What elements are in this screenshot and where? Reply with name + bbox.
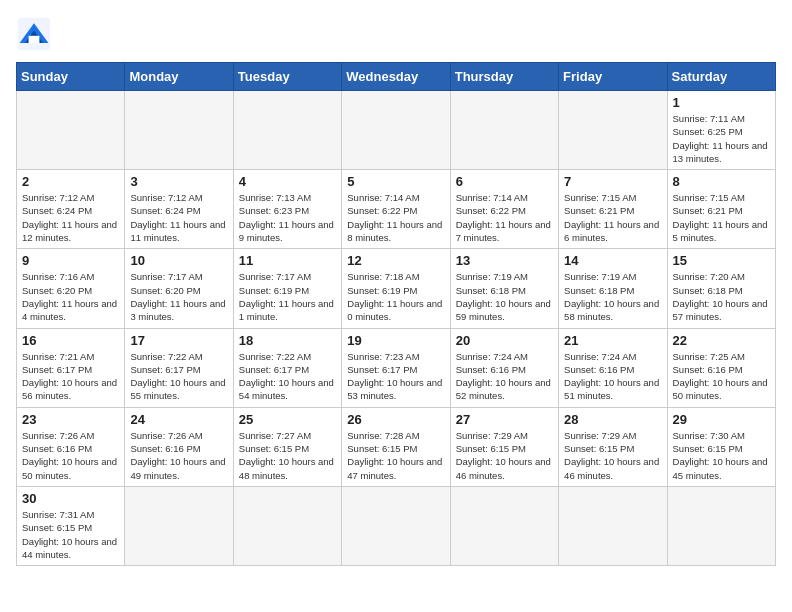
day-number: 21 xyxy=(564,333,661,348)
day-info: Sunrise: 7:30 AMSunset: 6:15 PMDaylight:… xyxy=(673,429,770,482)
day-number: 28 xyxy=(564,412,661,427)
day-info: Sunrise: 7:26 AMSunset: 6:16 PMDaylight:… xyxy=(130,429,227,482)
calendar-cell xyxy=(125,91,233,170)
day-info: Sunrise: 7:14 AMSunset: 6:22 PMDaylight:… xyxy=(347,191,444,244)
day-number: 24 xyxy=(130,412,227,427)
day-header-friday: Friday xyxy=(559,63,667,91)
day-number: 23 xyxy=(22,412,119,427)
calendar-cell: 14Sunrise: 7:19 AMSunset: 6:18 PMDayligh… xyxy=(559,249,667,328)
day-info: Sunrise: 7:19 AMSunset: 6:18 PMDaylight:… xyxy=(564,270,661,323)
calendar-header-row: SundayMondayTuesdayWednesdayThursdayFrid… xyxy=(17,63,776,91)
calendar-cell: 30Sunrise: 7:31 AMSunset: 6:15 PMDayligh… xyxy=(17,486,125,565)
calendar-week-2: 9Sunrise: 7:16 AMSunset: 6:20 PMDaylight… xyxy=(17,249,776,328)
calendar-cell: 3Sunrise: 7:12 AMSunset: 6:24 PMDaylight… xyxy=(125,170,233,249)
day-number: 26 xyxy=(347,412,444,427)
calendar-cell: 7Sunrise: 7:15 AMSunset: 6:21 PMDaylight… xyxy=(559,170,667,249)
day-info: Sunrise: 7:20 AMSunset: 6:18 PMDaylight:… xyxy=(673,270,770,323)
calendar-week-0: 1Sunrise: 7:11 AMSunset: 6:25 PMDaylight… xyxy=(17,91,776,170)
calendar-cell: 11Sunrise: 7:17 AMSunset: 6:19 PMDayligh… xyxy=(233,249,341,328)
calendar-cell: 21Sunrise: 7:24 AMSunset: 6:16 PMDayligh… xyxy=(559,328,667,407)
calendar-cell xyxy=(233,91,341,170)
day-info: Sunrise: 7:16 AMSunset: 6:20 PMDaylight:… xyxy=(22,270,119,323)
svg-rect-3 xyxy=(29,36,40,43)
day-number: 2 xyxy=(22,174,119,189)
day-number: 8 xyxy=(673,174,770,189)
day-header-tuesday: Tuesday xyxy=(233,63,341,91)
day-info: Sunrise: 7:27 AMSunset: 6:15 PMDaylight:… xyxy=(239,429,336,482)
calendar-cell: 26Sunrise: 7:28 AMSunset: 6:15 PMDayligh… xyxy=(342,407,450,486)
day-info: Sunrise: 7:19 AMSunset: 6:18 PMDaylight:… xyxy=(456,270,553,323)
calendar-cell xyxy=(450,486,558,565)
day-number: 25 xyxy=(239,412,336,427)
day-info: Sunrise: 7:15 AMSunset: 6:21 PMDaylight:… xyxy=(673,191,770,244)
day-number: 15 xyxy=(673,253,770,268)
calendar-cell: 16Sunrise: 7:21 AMSunset: 6:17 PMDayligh… xyxy=(17,328,125,407)
calendar-cell xyxy=(450,91,558,170)
calendar-cell: 17Sunrise: 7:22 AMSunset: 6:17 PMDayligh… xyxy=(125,328,233,407)
day-number: 11 xyxy=(239,253,336,268)
day-info: Sunrise: 7:31 AMSunset: 6:15 PMDaylight:… xyxy=(22,508,119,561)
day-number: 29 xyxy=(673,412,770,427)
calendar-cell xyxy=(667,486,775,565)
calendar-table: SundayMondayTuesdayWednesdayThursdayFrid… xyxy=(16,62,776,566)
day-info: Sunrise: 7:29 AMSunset: 6:15 PMDaylight:… xyxy=(456,429,553,482)
calendar-cell: 12Sunrise: 7:18 AMSunset: 6:19 PMDayligh… xyxy=(342,249,450,328)
calendar-cell: 25Sunrise: 7:27 AMSunset: 6:15 PMDayligh… xyxy=(233,407,341,486)
day-info: Sunrise: 7:15 AMSunset: 6:21 PMDaylight:… xyxy=(564,191,661,244)
calendar-cell xyxy=(233,486,341,565)
day-info: Sunrise: 7:17 AMSunset: 6:20 PMDaylight:… xyxy=(130,270,227,323)
day-info: Sunrise: 7:21 AMSunset: 6:17 PMDaylight:… xyxy=(22,350,119,403)
calendar-week-3: 16Sunrise: 7:21 AMSunset: 6:17 PMDayligh… xyxy=(17,328,776,407)
day-header-wednesday: Wednesday xyxy=(342,63,450,91)
day-header-thursday: Thursday xyxy=(450,63,558,91)
calendar-week-1: 2Sunrise: 7:12 AMSunset: 6:24 PMDaylight… xyxy=(17,170,776,249)
day-info: Sunrise: 7:29 AMSunset: 6:15 PMDaylight:… xyxy=(564,429,661,482)
day-info: Sunrise: 7:11 AMSunset: 6:25 PMDaylight:… xyxy=(673,112,770,165)
calendar-cell: 19Sunrise: 7:23 AMSunset: 6:17 PMDayligh… xyxy=(342,328,450,407)
day-number: 19 xyxy=(347,333,444,348)
logo-icon xyxy=(16,16,52,52)
day-number: 12 xyxy=(347,253,444,268)
day-number: 10 xyxy=(130,253,227,268)
day-info: Sunrise: 7:12 AMSunset: 6:24 PMDaylight:… xyxy=(22,191,119,244)
calendar-cell xyxy=(342,486,450,565)
day-info: Sunrise: 7:18 AMSunset: 6:19 PMDaylight:… xyxy=(347,270,444,323)
day-header-monday: Monday xyxy=(125,63,233,91)
day-number: 20 xyxy=(456,333,553,348)
day-number: 7 xyxy=(564,174,661,189)
day-number: 9 xyxy=(22,253,119,268)
calendar-cell xyxy=(17,91,125,170)
day-number: 16 xyxy=(22,333,119,348)
day-header-saturday: Saturday xyxy=(667,63,775,91)
day-number: 22 xyxy=(673,333,770,348)
day-info: Sunrise: 7:24 AMSunset: 6:16 PMDaylight:… xyxy=(456,350,553,403)
page: SundayMondayTuesdayWednesdayThursdayFrid… xyxy=(0,0,792,582)
day-info: Sunrise: 7:13 AMSunset: 6:23 PMDaylight:… xyxy=(239,191,336,244)
calendar-cell: 4Sunrise: 7:13 AMSunset: 6:23 PMDaylight… xyxy=(233,170,341,249)
calendar-cell: 28Sunrise: 7:29 AMSunset: 6:15 PMDayligh… xyxy=(559,407,667,486)
calendar-cell: 22Sunrise: 7:25 AMSunset: 6:16 PMDayligh… xyxy=(667,328,775,407)
calendar-cell: 27Sunrise: 7:29 AMSunset: 6:15 PMDayligh… xyxy=(450,407,558,486)
day-info: Sunrise: 7:24 AMSunset: 6:16 PMDaylight:… xyxy=(564,350,661,403)
day-number: 6 xyxy=(456,174,553,189)
calendar-cell: 1Sunrise: 7:11 AMSunset: 6:25 PMDaylight… xyxy=(667,91,775,170)
day-number: 18 xyxy=(239,333,336,348)
day-number: 1 xyxy=(673,95,770,110)
calendar-cell: 23Sunrise: 7:26 AMSunset: 6:16 PMDayligh… xyxy=(17,407,125,486)
calendar-cell: 29Sunrise: 7:30 AMSunset: 6:15 PMDayligh… xyxy=(667,407,775,486)
day-header-sunday: Sunday xyxy=(17,63,125,91)
day-info: Sunrise: 7:22 AMSunset: 6:17 PMDaylight:… xyxy=(239,350,336,403)
day-number: 30 xyxy=(22,491,119,506)
calendar-cell xyxy=(342,91,450,170)
day-info: Sunrise: 7:12 AMSunset: 6:24 PMDaylight:… xyxy=(130,191,227,244)
day-info: Sunrise: 7:28 AMSunset: 6:15 PMDaylight:… xyxy=(347,429,444,482)
calendar-cell xyxy=(125,486,233,565)
day-info: Sunrise: 7:26 AMSunset: 6:16 PMDaylight:… xyxy=(22,429,119,482)
day-number: 14 xyxy=(564,253,661,268)
calendar-cell: 13Sunrise: 7:19 AMSunset: 6:18 PMDayligh… xyxy=(450,249,558,328)
calendar-week-5: 30Sunrise: 7:31 AMSunset: 6:15 PMDayligh… xyxy=(17,486,776,565)
logo xyxy=(16,16,58,52)
header xyxy=(16,16,776,52)
calendar-cell xyxy=(559,486,667,565)
calendar-cell: 8Sunrise: 7:15 AMSunset: 6:21 PMDaylight… xyxy=(667,170,775,249)
